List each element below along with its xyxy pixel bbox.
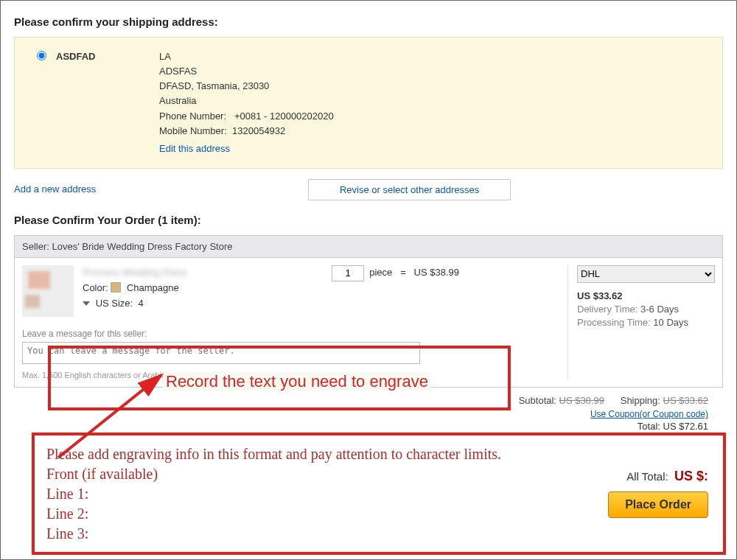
revise-address-button[interactable]: Revise or select other addresses <box>308 179 511 200</box>
seller-message-label: Leave a message for this seller: <box>22 329 560 339</box>
size-value: 4 <box>138 298 143 309</box>
use-coupon-link[interactable]: Use Coupon(or Coupon code) <box>14 409 723 419</box>
delivery-time-value: 3-6 Days <box>640 304 679 315</box>
shipping-carrier-select[interactable]: DHL <box>577 265 715 283</box>
phone-value: +0081 - 120000202020 <box>234 111 334 122</box>
address-card: ASDFAD LA ADSFAS DFASD, Tasmania, 23030 … <box>14 37 723 169</box>
mobile-value: 1320054932 <box>232 125 285 136</box>
shipping-value: US $33.62 <box>663 395 708 406</box>
shipping-cost: US $33.62 <box>577 290 715 301</box>
order-block: Seller: Loves' Bride Wedding Dress Facto… <box>14 235 723 388</box>
address-line1: LA <box>159 49 334 64</box>
annotation-instruction-text: Please add engraving info in this format… <box>46 444 562 544</box>
address-lines: LA ADSFAS DFASD, Tasmania, 23030 Austral… <box>159 49 334 156</box>
order-heading: Please Confirm Your Order (1 item): <box>14 214 723 226</box>
total-label: Total: <box>638 421 660 432</box>
unit-price: US $38.99 <box>414 267 459 278</box>
address-line2: ADSFAS <box>159 64 334 79</box>
all-total-label: All Total: <box>626 470 668 483</box>
annotation-text-record: Record the text you need to engrave <box>163 372 431 391</box>
subtotal-label: Subtotal: <box>519 395 556 406</box>
address-name: ASDFAD <box>56 49 159 156</box>
seller-label: Seller: Loves' Bride Wedding Dress Facto… <box>15 236 722 258</box>
shipping-heading: Please confirm your shipping address: <box>14 15 723 28</box>
shipping-label: Shipping: <box>621 395 660 406</box>
color-label: Color: <box>83 282 108 293</box>
equals-label: = <box>400 267 406 278</box>
address-line3: DFASD, Tasmania, 23030 <box>159 79 334 94</box>
piece-label: piece <box>369 267 392 278</box>
size-label: US Size: <box>96 298 133 309</box>
delivery-time-label: Delivery Time: <box>577 304 638 315</box>
color-value: Champagne <box>127 282 179 293</box>
phone-label: Phone Number: <box>159 111 226 122</box>
color-swatch-icon <box>111 282 121 293</box>
edit-address-link[interactable]: Edit this address <box>159 141 230 156</box>
seller-message-textarea[interactable] <box>22 342 420 364</box>
caret-down-icon[interactable] <box>83 301 90 306</box>
processing-time-label: Processing Time: <box>577 317 651 328</box>
product-title: Princess Wedding Dress <box>83 265 560 281</box>
quantity-input[interactable] <box>332 265 364 281</box>
place-order-button[interactable]: Place Order <box>608 491 708 518</box>
subtotal-value: US $38.99 <box>559 395 604 406</box>
total-value: US $72.61 <box>663 421 708 432</box>
address-country: Australia <box>159 94 334 108</box>
product-thumbnail <box>22 265 74 317</box>
address-radio[interactable] <box>37 51 46 60</box>
add-address-link[interactable]: Add a new address <box>14 179 96 195</box>
all-total-value: US $: <box>674 469 708 483</box>
mobile-label: Mobile Number: <box>159 125 227 136</box>
processing-time-value: 10 Days <box>653 317 688 328</box>
